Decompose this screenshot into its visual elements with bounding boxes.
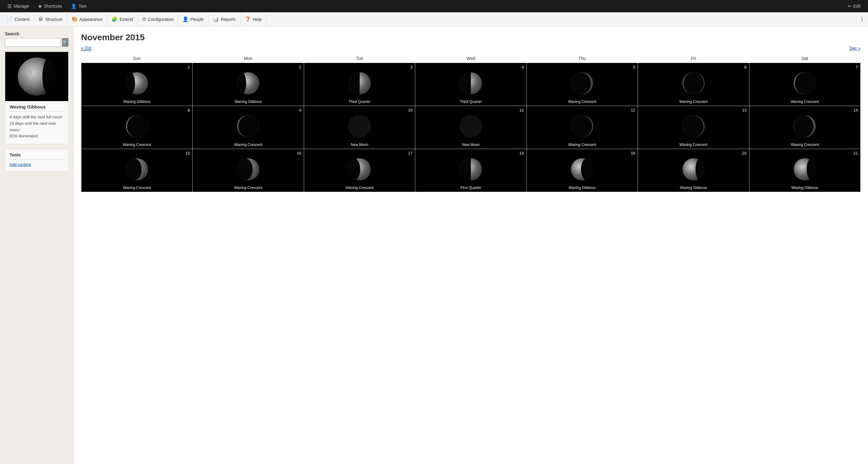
user-icon: 👤: [71, 3, 77, 9]
svg-point-66: [695, 158, 705, 180]
structure-label: Structure: [45, 17, 63, 22]
table-row[interactable]: 13 Waxing Crescent: [638, 106, 749, 149]
header-mon: Mon: [193, 54, 304, 63]
moon-phase-image: [793, 157, 817, 182]
reports-label: Reports: [221, 17, 236, 22]
table-row[interactable]: 12 Waxing Crescent: [526, 106, 638, 149]
phase-label: Waning Crescent: [749, 99, 860, 104]
moon-phase-image: [793, 114, 817, 139]
table-row[interactable]: 19 Waxing Gibbous: [526, 149, 638, 192]
moon-phase-image: [681, 157, 706, 182]
moon-stat-full: 4 days until the next full moon: [9, 114, 64, 120]
nav-extend[interactable]: 🧩 Extend: [107, 12, 137, 26]
svg-point-45: [682, 115, 703, 137]
phase-label: Waxing Crescent: [638, 143, 749, 147]
table-row[interactable]: 3 Third Quarter: [304, 63, 415, 106]
table-row[interactable]: 15 Waxing Crescent: [82, 149, 193, 192]
table-row[interactable]: 14 Waxing Crescent: [749, 106, 860, 149]
table-row[interactable]: 7 Waning Crescent: [749, 63, 860, 106]
shortcuts-menu[interactable]: ★ Shortcuts: [33, 0, 66, 12]
phase-label: New Moon: [304, 143, 415, 147]
table-row[interactable]: 9 Waning Crescent: [193, 106, 304, 149]
collapse-sidebar-button[interactable]: ⟩: [858, 16, 866, 23]
day-number: 3: [410, 65, 412, 69]
table-row[interactable]: 18 First Quarter: [415, 149, 526, 192]
table-row[interactable]: 5 Waning Crescent: [526, 63, 638, 106]
manage-menu[interactable]: ☰ Manage: [3, 0, 33, 12]
svg-point-57: [348, 158, 360, 180]
day-number: 7: [856, 65, 858, 69]
prev-month-link[interactable]: « Oct: [81, 46, 91, 51]
pencil-icon: ✏: [848, 4, 851, 9]
edit-label: Edit: [853, 4, 861, 9]
day-number: 12: [631, 108, 635, 113]
moon-phase-image: [125, 114, 149, 139]
phase-label: Waxing Crescent: [749, 143, 860, 147]
svg-point-39: [460, 115, 482, 137]
svg-point-30: [127, 115, 148, 137]
nav-content[interactable]: 📄 Content: [2, 12, 34, 26]
search-button[interactable]: 🔍: [62, 38, 68, 47]
svg-rect-15: [349, 72, 360, 94]
day-number: 6: [744, 65, 746, 69]
moon-phase-image: [236, 157, 260, 182]
table-row[interactable]: 1 Waning Gibbous: [82, 63, 193, 106]
search-input[interactable]: [5, 38, 61, 47]
people-label: People: [190, 17, 204, 22]
nav-help[interactable]: ❓ Help: [241, 12, 266, 26]
table-row[interactable]: 8 Waning Crescent: [82, 106, 193, 149]
svg-point-21: [571, 72, 591, 94]
table-row[interactable]: 4 Third Quarter: [415, 63, 526, 106]
table-row[interactable]: 2 Waning Gibbous: [193, 63, 304, 106]
calendar-title: November 2015: [81, 33, 861, 42]
table-row[interactable]: 10 New Moon: [304, 106, 415, 149]
day-number: 1: [188, 65, 190, 69]
phase-label: Waxing Gibbous: [527, 185, 638, 190]
reports-icon: 📊: [213, 16, 219, 22]
user-menu[interactable]: 👤 Tom: [66, 0, 91, 12]
content-icon: 📄: [6, 16, 12, 22]
phase-label: Third Quarter: [304, 99, 415, 104]
svg-point-24: [683, 72, 704, 94]
nav-appearance[interactable]: 🎨 Appearance: [67, 12, 107, 26]
svg-point-3: [29, 70, 33, 74]
day-number: 2: [299, 65, 301, 69]
secondary-nav: 📄 Content 🏛 Structure 🎨 Appearance 🧩 Ext…: [0, 12, 868, 26]
table-row[interactable]: 16 Waxing Crescent: [193, 149, 304, 192]
nav-structure[interactable]: 🏛 Structure: [34, 12, 67, 26]
extend-icon: 🧩: [112, 16, 118, 22]
calendar-nav: « Oct Dec »: [81, 46, 861, 51]
table-row[interactable]: 17 Waxing Crescent: [304, 149, 415, 192]
phase-label: Waning Gibbous: [82, 99, 192, 104]
day-number: 10: [408, 108, 412, 113]
moon-card: Waxing Gibbous 4 days until the next ful…: [5, 52, 68, 144]
svg-point-5: [37, 67, 40, 70]
moon-phase-title: Waxing Gibbous: [9, 104, 64, 112]
table-row[interactable]: 6 Waning Crescent: [638, 63, 749, 106]
day-number: 13: [742, 108, 746, 113]
moon-stat-illuminated: 81% illuminated: [9, 133, 64, 140]
add-content-link[interactable]: Add content: [9, 162, 31, 167]
search-label: Search: [5, 31, 68, 36]
next-month-link[interactable]: Dec »: [849, 46, 861, 51]
edit-button[interactable]: ✏ Edit: [843, 4, 865, 9]
moon-phase-image: [125, 71, 149, 95]
phase-label: Waxing Crescent: [193, 185, 304, 190]
phase-label: Waning Crescent: [82, 143, 192, 147]
phase-label: First Quarter: [415, 185, 526, 190]
header-sun: Sun: [82, 54, 193, 63]
shortcuts-label: Shortcuts: [44, 4, 62, 9]
nav-configuration[interactable]: ⚙ Configuration: [137, 12, 178, 26]
svg-rect-60: [460, 158, 471, 180]
star-icon: ★: [38, 3, 42, 9]
table-row[interactable]: 20 Waxing Gibbous: [638, 149, 749, 192]
day-number: 4: [522, 65, 524, 69]
nav-people[interactable]: 👤 People: [178, 12, 209, 26]
nav-reports[interactable]: 📊 Reports: [209, 12, 241, 26]
table-row[interactable]: 21 Waxing Gibbous: [749, 149, 860, 192]
configuration-icon: ⚙: [142, 16, 146, 22]
svg-point-6: [32, 81, 35, 84]
table-row[interactable]: 11 New Moon: [415, 106, 526, 149]
moon-phase-image: [459, 157, 483, 182]
people-icon: 👤: [182, 16, 189, 22]
